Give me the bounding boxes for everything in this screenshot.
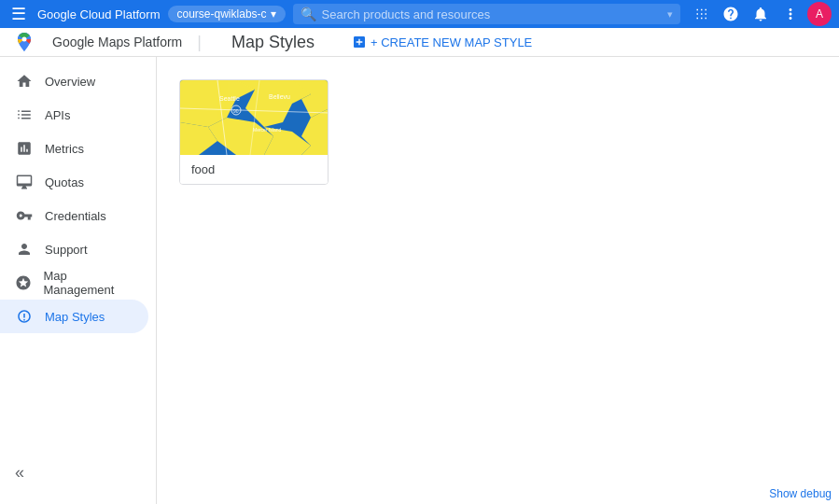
sidebar-item-map-styles[interactable]: Map Styles bbox=[0, 300, 148, 333]
map-style-card-food[interactable]: Seattle Bellevu 90 Mercer Island food bbox=[179, 79, 329, 185]
sidebar-label-credentials: Credentials bbox=[45, 209, 106, 223]
map-style-label: food bbox=[180, 155, 328, 184]
sidebar-label-map-styles: Map Styles bbox=[45, 310, 105, 324]
secondary-nav-title: Google Maps Platform bbox=[52, 35, 182, 49]
search-input[interactable] bbox=[322, 7, 662, 21]
support-icon bbox=[15, 241, 34, 258]
notifications-icon-button[interactable] bbox=[748, 1, 774, 27]
map-preview: Seattle Bellevu 90 Mercer Island bbox=[180, 80, 329, 155]
main-layout: Overview APIs Metrics Quotas Credentials bbox=[0, 57, 839, 504]
brand-title: Google Cloud Platform bbox=[37, 7, 161, 21]
create-btn-label: + CREATE NEW MAP STYLE bbox=[371, 35, 532, 49]
sidebar-item-apis[interactable]: APIs bbox=[0, 98, 148, 132]
svg-point-1 bbox=[22, 37, 27, 42]
sidebar-item-credentials[interactable]: Credentials bbox=[0, 199, 148, 232]
project-name: course-qwiklabs-c bbox=[177, 7, 267, 21]
sidebar-label-quotas: Quotas bbox=[45, 175, 84, 189]
grid-icon-button[interactable] bbox=[688, 1, 714, 27]
collapse-icon: « bbox=[15, 463, 24, 483]
svg-text:90: 90 bbox=[233, 108, 239, 114]
top-nav: ☰ Google Cloud Platform course-qwiklabs-… bbox=[0, 0, 839, 28]
content-area: Seattle Bellevu 90 Mercer Island food bbox=[157, 57, 839, 504]
credentials-icon bbox=[15, 207, 34, 224]
help-icon-button[interactable] bbox=[718, 1, 744, 27]
sidebar-item-quotas[interactable]: Quotas bbox=[0, 165, 148, 199]
apis-icon bbox=[15, 106, 34, 123]
sidebar-item-metrics[interactable]: Metrics bbox=[0, 132, 148, 165]
quotas-icon bbox=[15, 174, 34, 190]
home-icon bbox=[15, 73, 34, 90]
sidebar-item-overview[interactable]: Overview bbox=[0, 64, 148, 98]
page-heading: Map Styles bbox=[231, 33, 315, 52]
sidebar-item-map-management[interactable]: Map Management bbox=[0, 266, 148, 300]
metrics-icon bbox=[15, 140, 34, 157]
search-icon: 🔍 bbox=[301, 7, 316, 21]
search-bar[interactable]: 🔍 ▾ bbox=[293, 4, 680, 24]
map-management-icon bbox=[15, 274, 32, 291]
map-styles-icon bbox=[15, 308, 34, 325]
hamburger-icon[interactable]: ☰ bbox=[7, 0, 30, 28]
sidebar-label-metrics: Metrics bbox=[45, 142, 84, 156]
maps-logo bbox=[11, 29, 37, 55]
keyboard-shortcut-icon: ▾ bbox=[667, 8, 673, 21]
chevron-down-icon: ▾ bbox=[271, 7, 276, 21]
nav-icons: A bbox=[688, 1, 832, 27]
more-icon-button[interactable] bbox=[777, 1, 804, 27]
sidebar-item-support[interactable]: Support bbox=[0, 232, 148, 266]
show-debug-button[interactable]: Show debug bbox=[762, 483, 839, 504]
svg-text:Mercer Island: Mercer Island bbox=[253, 127, 282, 133]
collapse-sidebar-button[interactable]: « bbox=[0, 455, 156, 489]
sidebar-label-map-management: Map Management bbox=[43, 269, 133, 297]
project-chip[interactable]: course-qwiklabs-c ▾ bbox=[168, 6, 286, 22]
svg-text:Bellevu: Bellevu bbox=[269, 93, 290, 100]
secondary-nav: Google Maps Platform | Map Styles + CREA… bbox=[0, 28, 839, 57]
sidebar-label-support: Support bbox=[45, 243, 88, 257]
create-new-map-style-button[interactable]: + CREATE NEW MAP STYLE bbox=[344, 31, 539, 53]
svg-text:Seattle: Seattle bbox=[219, 95, 240, 102]
avatar[interactable]: A bbox=[807, 2, 832, 26]
sidebar: Overview APIs Metrics Quotas Credentials bbox=[0, 57, 157, 504]
sidebar-label-overview: Overview bbox=[45, 75, 95, 89]
separator: | bbox=[197, 33, 202, 52]
debug-label: Show debug bbox=[769, 487, 832, 500]
sidebar-bottom: « bbox=[0, 448, 156, 497]
sidebar-label-apis: APIs bbox=[45, 108, 70, 122]
